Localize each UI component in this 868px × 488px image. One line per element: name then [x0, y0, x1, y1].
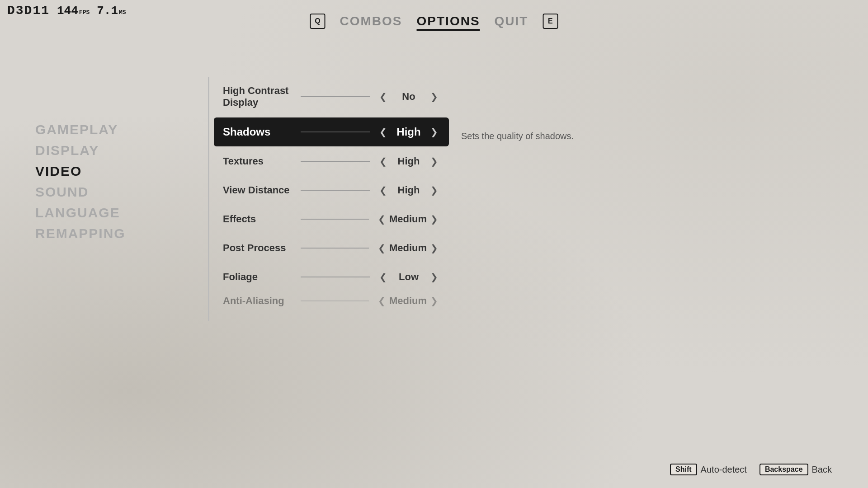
setting-row-textures: Textures ❮ High ❯	[214, 147, 449, 175]
arrow-left-anti-aliasing[interactable]: ❮	[374, 296, 389, 306]
ms-label: MS	[119, 9, 126, 16]
setting-row-foliage: Foliage ❮ Low ❯	[214, 263, 449, 291]
setting-row-view-distance: View Distance ❮ High ❯	[214, 176, 449, 204]
setting-line-shadows	[301, 131, 370, 132]
setting-row-shadows: Shadows ❮ High ❯	[214, 117, 449, 146]
setting-row-high-contrast: High Contrast Display ❮ No ❯	[214, 77, 449, 117]
setting-description-text: Sets the quality of shadows.	[461, 131, 574, 141]
setting-label-foliage: Foliage	[223, 271, 295, 283]
fps-display: 144 FPS	[57, 4, 90, 18]
setting-row-effects: Effects ❮ Medium ❯	[214, 205, 449, 233]
setting-line-post-process	[301, 248, 369, 249]
nav-options[interactable]: OPTIONS	[417, 14, 480, 30]
sidebar-item-language[interactable]: LANGUAGE	[35, 205, 126, 221]
arrow-left-high-contrast[interactable]: ❮	[376, 91, 391, 102]
nav-combos[interactable]: COMBOS	[340, 14, 402, 28]
nav-quit[interactable]: QUIT	[495, 14, 528, 28]
arrow-left-textures[interactable]: ❮	[376, 156, 391, 167]
back-action: Backspace Back	[760, 464, 832, 475]
ms-display: 7.1 MS	[97, 4, 126, 18]
setting-label-shadows: Shadows	[223, 126, 295, 138]
setting-value-textures: High	[391, 155, 427, 167]
arrow-left-effects[interactable]: ❮	[374, 214, 389, 225]
nav-key-right[interactable]: E	[542, 14, 558, 29]
nav-options-wrapper: OPTIONS	[417, 14, 480, 28]
ms-value: 7.1	[97, 4, 118, 18]
arrow-right-high-contrast[interactable]: ❯	[427, 91, 442, 102]
setting-value-foliage: Low	[391, 271, 427, 283]
shift-key[interactable]: Shift	[670, 464, 697, 475]
backspace-key[interactable]: Backspace	[760, 464, 808, 475]
arrow-right-foliage[interactable]: ❯	[427, 272, 442, 282]
nav-active-indicator	[417, 30, 480, 31]
setting-line-textures	[301, 161, 370, 162]
setting-description-panel: Sets the quality of shadows.	[461, 131, 633, 141]
setting-line-effects	[301, 219, 369, 220]
bottom-actions: Shift Auto-detect Backspace Back	[670, 464, 832, 475]
sidebar-item-video[interactable]: VIDEO	[35, 164, 126, 179]
setting-label-textures: Textures	[223, 155, 295, 167]
fps-label: FPS	[79, 9, 90, 16]
settings-list: High Contrast Display ❮ No ❯ Shadows ❮ H…	[214, 77, 449, 310]
sidebar-item-remapping[interactable]: REMAPPING	[35, 226, 126, 241]
setting-row-post-process: Post Process ❮ Medium ❯	[214, 234, 449, 262]
arrow-right-post-process[interactable]: ❯	[427, 243, 442, 253]
arrow-left-view-distance[interactable]: ❮	[376, 185, 391, 196]
setting-value-high-contrast: No	[391, 91, 427, 103]
arrow-right-effects[interactable]: ❯	[427, 214, 442, 225]
arrow-left-foliage[interactable]: ❮	[376, 272, 391, 282]
fps-value: 144	[57, 4, 78, 18]
setting-line-view-distance	[301, 190, 370, 191]
content-divider	[208, 77, 209, 321]
setting-value-effects: Medium	[389, 213, 427, 225]
arrow-left-post-process[interactable]: ❮	[374, 243, 389, 253]
arrow-right-textures[interactable]: ❯	[427, 156, 442, 167]
setting-label-effects: Effects	[223, 213, 295, 225]
auto-detect-action: Shift Auto-detect	[670, 464, 747, 475]
setting-label-anti-aliasing: Anti-Aliasing	[223, 295, 295, 307]
back-label: Back	[812, 465, 832, 475]
setting-label-post-process: Post Process	[223, 242, 295, 254]
sidebar-item-gameplay[interactable]: GAMEPLAY	[35, 122, 126, 137]
sidebar-item-display[interactable]: DISPLAY	[35, 143, 126, 158]
top-navigation: Q COMBOS OPTIONS QUIT E	[310, 14, 558, 29]
setting-label-high-contrast: High Contrast Display	[223, 85, 295, 108]
nav-key-left[interactable]: Q	[310, 14, 326, 29]
setting-row-anti-aliasing-partial: Anti-Aliasing ❮ Medium ❯	[214, 292, 449, 310]
arrow-right-shadows[interactable]: ❯	[427, 127, 442, 137]
setting-label-view-distance: View Distance	[223, 184, 295, 196]
setting-line-anti-aliasing	[301, 300, 369, 301]
arrow-right-view-distance[interactable]: ❯	[427, 185, 442, 196]
setting-value-view-distance: High	[391, 184, 427, 196]
auto-detect-label: Auto-detect	[701, 465, 747, 475]
arrow-left-shadows[interactable]: ❮	[376, 127, 391, 137]
setting-value-shadows: High	[391, 126, 427, 138]
sidebar: GAMEPLAY DISPLAY VIDEO SOUND LANGUAGE RE…	[35, 122, 126, 241]
engine-label: D3D11	[7, 4, 50, 18]
setting-line	[301, 96, 370, 97]
arrow-right-anti-aliasing[interactable]: ❯	[427, 296, 442, 306]
setting-value-anti-aliasing: Medium	[389, 295, 427, 307]
hud-overlay: D3D11 144 FPS 7.1 MS	[7, 4, 126, 18]
setting-line-foliage	[301, 277, 370, 277]
setting-value-post-process: Medium	[389, 242, 427, 254]
sidebar-item-sound[interactable]: SOUND	[35, 184, 126, 200]
